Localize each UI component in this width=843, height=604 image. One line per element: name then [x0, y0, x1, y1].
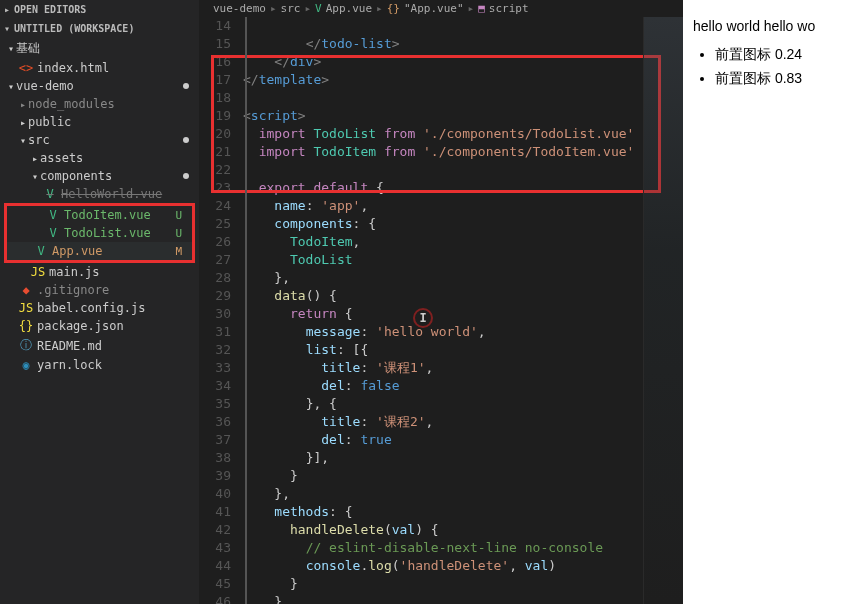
git-status: U: [175, 227, 182, 240]
folder-label: public: [28, 115, 195, 129]
tree-file-helloworld[interactable]: V HelloWorld.vue: [0, 185, 199, 203]
info-icon: ⓘ: [18, 337, 34, 354]
section-label: OPEN EDITORS: [14, 4, 86, 15]
tree-file-babel[interactable]: JS babel.config.js: [0, 299, 199, 317]
tree-file-index-html[interactable]: <> index.html: [0, 59, 199, 77]
braces-icon: {}: [387, 2, 400, 15]
file-label: .gitignore: [37, 283, 195, 297]
list-item: 前置图标 0.83: [715, 70, 837, 88]
git-status: M: [175, 245, 182, 258]
tree-folder-components[interactable]: ▾ components: [0, 167, 199, 185]
vue-icon: V: [42, 187, 58, 201]
folder-label: vue-demo: [16, 79, 183, 93]
tree-file-readme[interactable]: ⓘ README.md: [0, 335, 199, 356]
tree-file-mainjs[interactable]: JS main.js: [0, 263, 199, 281]
git-status: U: [175, 209, 182, 222]
preview-heading: hello world hello wo: [693, 18, 837, 34]
folder-label: components: [40, 169, 183, 183]
folder-label: src: [28, 133, 183, 147]
modified-dot-icon: [183, 83, 189, 89]
section-label: UNTITLED (WORKSPACE): [14, 23, 134, 34]
tree-file-gitignore[interactable]: ◆ .gitignore: [0, 281, 199, 299]
sidebar-explorer: ▸ OPEN EDITORS ▾ UNTITLED (WORKSPACE) ▾ …: [0, 0, 199, 604]
vue-icon: V: [315, 2, 322, 15]
tree-folder-public[interactable]: ▸ public: [0, 113, 199, 131]
folder-label: 基础: [16, 40, 195, 57]
chevron-right-icon: ▸: [2, 4, 12, 15]
bc-item[interactable]: src: [281, 2, 301, 15]
file-label: README.md: [37, 339, 195, 353]
vue-icon: V: [45, 226, 61, 240]
folder-label: assets: [40, 151, 195, 165]
bc-item[interactable]: "App.vue": [404, 2, 464, 15]
git-icon: ◆: [18, 283, 34, 297]
code-content[interactable]: I </todo-list> </div> </template> <scrip…: [243, 17, 683, 604]
cursor-indicator-icon: I: [413, 308, 433, 328]
modified-dot-icon: [183, 137, 189, 143]
tree-file-appvue[interactable]: V App.vue M: [7, 242, 192, 260]
folder-label: node_modules: [28, 97, 195, 111]
script-icon: ⬒: [478, 2, 485, 15]
chevron-down-icon: ▾: [2, 23, 12, 34]
file-label: App.vue: [52, 244, 175, 258]
code-editor[interactable]: 14151617 18192021 22232425 26272829 3031…: [199, 17, 683, 604]
bc-item[interactable]: App.vue: [326, 2, 372, 15]
file-label: package.json: [37, 319, 195, 333]
file-label: HelloWorld.vue: [61, 187, 195, 201]
section-workspace[interactable]: ▾ UNTITLED (WORKSPACE): [0, 19, 199, 38]
tree-folder-root[interactable]: ▾ 基础: [0, 38, 199, 59]
bc-item[interactable]: vue-demo: [213, 2, 266, 15]
tree-folder-assets[interactable]: ▸ assets: [0, 149, 199, 167]
minimap[interactable]: [643, 17, 683, 604]
file-label: babel.config.js: [37, 301, 195, 315]
js-icon: JS: [18, 301, 34, 315]
file-label: TodoItem.vue: [64, 208, 175, 222]
yarn-icon: ◉: [18, 358, 34, 372]
vue-icon: V: [33, 244, 49, 258]
breadcrumb[interactable]: vue-demo▸ src▸ V App.vue▸ {} "App.vue"▸ …: [199, 0, 683, 17]
tree-file-packagejson[interactable]: {} package.json: [0, 317, 199, 335]
file-label: main.js: [49, 265, 195, 279]
file-label: yarn.lock: [37, 358, 195, 372]
tree-file-todolist[interactable]: V TodoList.vue U: [7, 224, 192, 242]
tree-file-todoitem[interactable]: V TodoItem.vue U: [7, 206, 192, 224]
js-icon: JS: [30, 265, 46, 279]
tree-folder-node-modules[interactable]: ▸ node_modules: [0, 95, 199, 113]
highlight-box-code: [211, 55, 661, 193]
modified-dot-icon: [183, 173, 189, 179]
bc-item[interactable]: script: [489, 2, 529, 15]
list-item: 前置图标 0.24: [715, 46, 837, 64]
html-icon: <>: [18, 61, 34, 75]
tree-file-yarnlock[interactable]: ◉ yarn.lock: [0, 356, 199, 374]
vue-icon: V: [45, 208, 61, 222]
editor-pane: vue-demo▸ src▸ V App.vue▸ {} "App.vue"▸ …: [199, 0, 683, 604]
file-label: index.html: [37, 61, 195, 75]
json-icon: {}: [18, 319, 34, 333]
file-label: TodoList.vue: [64, 226, 175, 240]
highlight-box-files: V TodoItem.vue U V TodoList.vue U V App.…: [4, 203, 195, 263]
section-open-editors[interactable]: ▸ OPEN EDITORS: [0, 0, 199, 19]
tree-folder-vue-demo[interactable]: ▾ vue-demo: [0, 77, 199, 95]
browser-preview: hello world hello wo 前置图标 0.24 前置图标 0.83: [683, 0, 843, 604]
tree-folder-src[interactable]: ▾ src: [0, 131, 199, 149]
